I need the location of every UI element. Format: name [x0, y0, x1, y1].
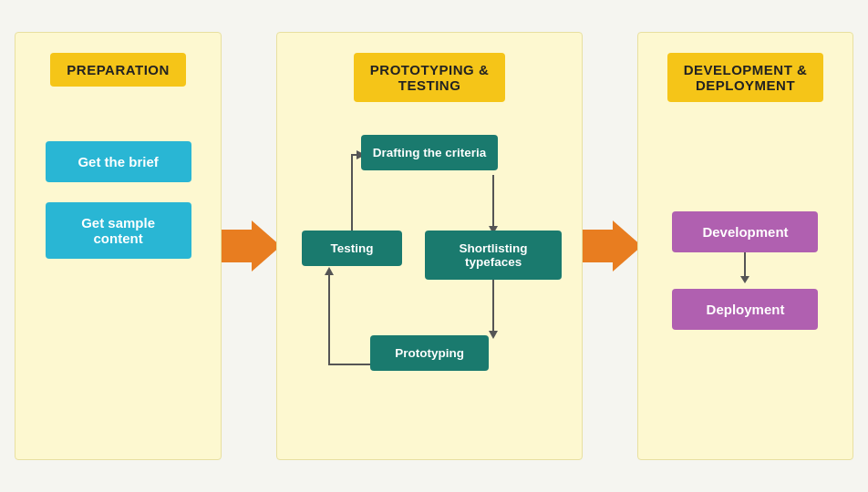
panel-prototyping: PROTOTYPING & TESTING Drafting the crite… [276, 32, 583, 460]
flow-area: Drafting the criteria Testing Shortlisti… [293, 135, 566, 426]
get-sample-box: Get sample content [46, 202, 191, 259]
get-brief-box: Get the brief [46, 141, 191, 182]
deployment-box: Deployment [672, 289, 818, 330]
diagram-container: PREPARATION Get the brief Get sample con… [15, 14, 853, 478]
box-prototyping: Prototyping [370, 335, 489, 371]
dev-to-deploy-arrow [744, 252, 746, 278]
svg-marker-3 [489, 331, 498, 339]
box-drafting: Drafting the criteria [361, 135, 498, 170]
box-testing: Testing [302, 231, 402, 266]
arrow-body-1 [217, 230, 252, 262]
panel-preparation-title: PREPARATION [50, 53, 185, 87]
development-box: Development [672, 211, 818, 252]
svg-marker-4 [325, 267, 334, 275]
panel-preparation: PREPARATION Get the brief Get sample con… [15, 32, 222, 460]
arrow-body-2 [578, 230, 613, 262]
box-shortlisting: Shortlisting typefaces [425, 231, 562, 280]
arrow-shape-1 [217, 220, 281, 272]
arrow-shape-2 [578, 220, 642, 272]
arrow-2 [583, 32, 637, 460]
arrow-1 [222, 32, 276, 460]
panel-prototyping-title: PROTOTYPING & TESTING [354, 53, 505, 102]
panel-development-title: DEVELOPMENT & DEPLOYMENT [667, 53, 824, 102]
flow-arrows-svg [293, 135, 566, 426]
right-flow: Development Deployment [672, 157, 818, 330]
panel-development: DEVELOPMENT & DEPLOYMENT Development Dep… [637, 32, 853, 460]
